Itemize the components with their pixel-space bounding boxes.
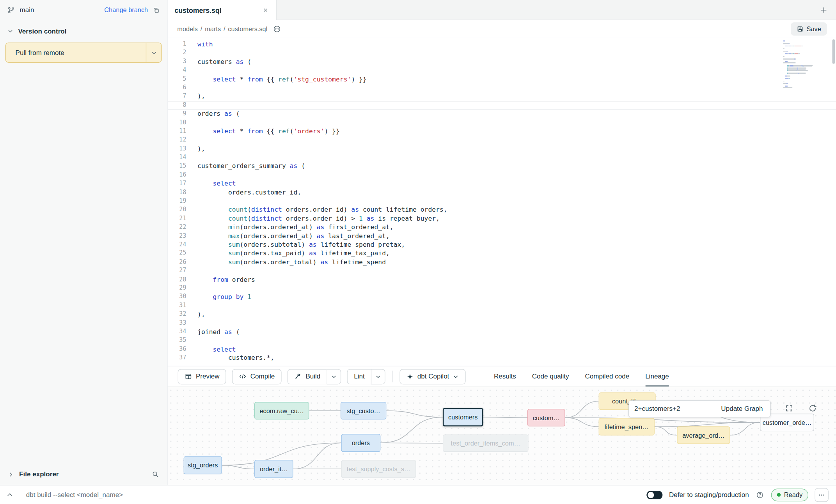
code-line[interactable]: 18 orders.customer_id, bbox=[168, 188, 836, 196]
code-line[interactable]: 32), bbox=[168, 310, 836, 318]
tab-results[interactable]: Results bbox=[494, 366, 516, 387]
fullscreen-icon[interactable] bbox=[782, 401, 797, 416]
line-text: count(distinct orders.order_id) > 1 as i… bbox=[186, 214, 440, 223]
dbt-copilot-button[interactable]: dbt Copilot bbox=[400, 369, 466, 384]
dbt-ide-app: main Change branch Version control Pull … bbox=[0, 0, 836, 504]
code-line[interactable]: 33 bbox=[168, 319, 836, 327]
lineage-node-stg_orders[interactable]: stg_orders bbox=[184, 456, 222, 474]
code-line[interactable]: 31 bbox=[168, 301, 836, 310]
code-line[interactable]: 21 count(distinct orders.order_id) > 1 a… bbox=[168, 214, 836, 223]
code-line[interactable]: 37 customers.*, bbox=[168, 354, 836, 362]
lineage-node-lifetime_spend[interactable]: lifetime_spen… bbox=[599, 418, 655, 435]
file-search-icon[interactable] bbox=[151, 470, 160, 479]
command-input[interactable]: dbt build --select <model_name> bbox=[26, 491, 123, 499]
new-tab-button[interactable] bbox=[819, 5, 829, 15]
refresh-icon[interactable] bbox=[805, 401, 820, 416]
code-line[interactable]: 29 bbox=[168, 284, 836, 292]
code-line[interactable]: 22 min(orders.ordered_at) as first_order… bbox=[168, 223, 836, 232]
code-line[interactable]: 28 from orders bbox=[168, 275, 836, 284]
tab-compiled-code[interactable]: Compiled code bbox=[585, 366, 629, 387]
code-editor[interactable]: 1with23customers as (45 select * from {{… bbox=[168, 38, 836, 366]
code-line[interactable]: 9orders as ( bbox=[168, 110, 836, 118]
lineage-node-stg_customers[interactable]: stg_custo… bbox=[341, 402, 386, 419]
code-line[interactable]: 15customer_orders_summary as ( bbox=[168, 162, 836, 170]
help-icon[interactable] bbox=[755, 490, 765, 500]
minimap[interactable] bbox=[783, 41, 814, 88]
code-line[interactable]: 20 count(distinct orders.order_id) as co… bbox=[168, 205, 836, 214]
save-button[interactable]: Save bbox=[791, 22, 827, 35]
lineage-node-orders[interactable]: orders bbox=[341, 434, 380, 452]
lineage-node-test_order_items[interactable]: test_order_items_com… bbox=[443, 434, 529, 452]
copy-branch-icon[interactable] bbox=[152, 5, 161, 14]
code-line[interactable]: 17 select bbox=[168, 179, 836, 188]
lineage-node-raw_customers[interactable]: ecom.raw_cu… bbox=[254, 402, 309, 419]
line-number: 23 bbox=[168, 232, 186, 240]
lineage-node-order_items[interactable]: order_it… bbox=[254, 460, 293, 478]
preview-button[interactable]: Preview bbox=[178, 369, 227, 384]
code-line[interactable]: 1with bbox=[168, 40, 836, 48]
code-line[interactable]: 34joined as ( bbox=[168, 327, 836, 336]
lineage-node-test_supply_costs[interactable]: test_supply_costs_s… bbox=[341, 460, 416, 478]
code-line[interactable]: 2 bbox=[168, 49, 836, 57]
code-line[interactable]: 3customers as ( bbox=[168, 57, 836, 66]
code-line[interactable]: 11 select * from {{ ref('orders') }} bbox=[168, 127, 836, 136]
change-branch-link[interactable]: Change branch bbox=[104, 6, 148, 14]
lint-button[interactable]: Lint bbox=[347, 369, 371, 384]
compile-button[interactable]: Compile bbox=[232, 369, 282, 384]
code-line[interactable]: 14 bbox=[168, 153, 836, 162]
code-line[interactable]: 13), bbox=[168, 145, 836, 153]
table-icon bbox=[185, 373, 192, 380]
lineage-search-input[interactable] bbox=[629, 401, 714, 417]
breadcrumb-item-marts[interactable]: marts bbox=[205, 25, 221, 33]
line-number: 5 bbox=[168, 75, 186, 83]
code-line[interactable]: 30 group by 1 bbox=[168, 293, 836, 301]
lint-dropdown[interactable] bbox=[371, 369, 385, 384]
file-explorer-label: File explorer bbox=[19, 470, 59, 478]
code-line[interactable]: 8 bbox=[168, 101, 836, 110]
tab-lineage[interactable]: Lineage bbox=[645, 366, 669, 387]
lineage-node-customers_snapshot[interactable]: custom… bbox=[527, 409, 565, 426]
update-graph-button[interactable]: Update Graph bbox=[714, 401, 770, 417]
lineage-icon[interactable] bbox=[272, 24, 282, 34]
code-line[interactable]: 19 bbox=[168, 197, 836, 205]
code-line[interactable]: 6 bbox=[168, 83, 836, 92]
breadcrumb-item-models[interactable]: models bbox=[177, 25, 198, 33]
file-explorer-header[interactable]: File explorer bbox=[0, 463, 167, 485]
code-line[interactable]: 27 bbox=[168, 267, 836, 275]
scrollbar[interactable] bbox=[832, 39, 835, 64]
lineage-search: Update Graph bbox=[628, 400, 770, 417]
line-number: 12 bbox=[168, 136, 186, 144]
code-line[interactable]: 35 bbox=[168, 336, 836, 345]
code-line[interactable]: 36 select bbox=[168, 345, 836, 354]
code-line[interactable]: 10 bbox=[168, 118, 836, 127]
code-line[interactable]: 26 sum(orders.order_total) as lifetime_s… bbox=[168, 258, 836, 266]
close-tab-icon[interactable] bbox=[262, 6, 269, 14]
hammer-icon bbox=[295, 373, 302, 380]
code-line[interactable]: 16 bbox=[168, 171, 836, 179]
pull-from-remote-button[interactable]: Pull from remote bbox=[6, 43, 146, 62]
tab-code-quality[interactable]: Code quality bbox=[532, 366, 569, 387]
pull-options-dropdown[interactable] bbox=[146, 43, 162, 62]
line-text: ), bbox=[186, 92, 205, 101]
build-button[interactable]: Build bbox=[288, 369, 327, 384]
code-line[interactable]: 5 select * from {{ ref('stg_customers') … bbox=[168, 75, 836, 83]
expand-command-bar-icon[interactable] bbox=[5, 490, 14, 499]
code-line[interactable]: 23 max(orders.ordered_at) as last_ordere… bbox=[168, 232, 836, 240]
more-options-button[interactable] bbox=[815, 488, 828, 502]
breadcrumb-item-file[interactable]: customers.sql bbox=[228, 25, 267, 33]
minimap-line bbox=[783, 85, 814, 85]
tab-customers-sql[interactable]: customers.sql bbox=[168, 0, 277, 20]
lineage-panel[interactable]: ecom.raw_cu…stg_custo…customerscustom…co… bbox=[168, 387, 836, 485]
lineage-node-customers[interactable]: customers bbox=[443, 408, 483, 426]
lineage-node-average_order[interactable]: average_ord… bbox=[677, 426, 730, 444]
code-line[interactable]: 7), bbox=[168, 92, 836, 101]
build-dropdown[interactable] bbox=[327, 369, 341, 384]
code-line[interactable]: 25 sum(orders.tax_paid) as lifetime_tax_… bbox=[168, 249, 836, 258]
code-line[interactable]: 12 bbox=[168, 136, 836, 144]
defer-toggle[interactable] bbox=[647, 490, 663, 499]
code-line[interactable]: 4 bbox=[168, 66, 836, 74]
line-number: 29 bbox=[168, 284, 186, 292]
line-text bbox=[186, 66, 197, 74]
code-line[interactable]: 24 sum(orders.subtotal) as lifetime_spen… bbox=[168, 241, 836, 249]
version-control-header[interactable]: Version control bbox=[0, 20, 167, 41]
